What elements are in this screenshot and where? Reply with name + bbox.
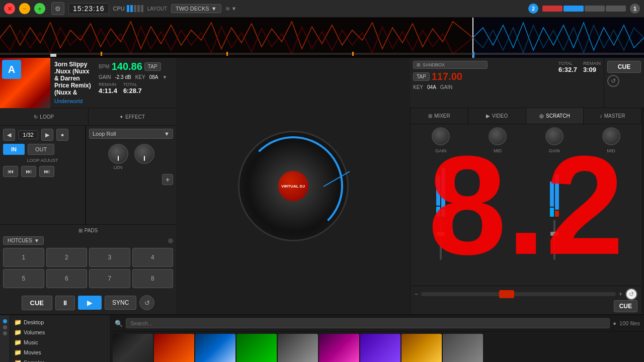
svg-rect-7	[352, 52, 354, 56]
deck-b-cue-button[interactable]: CUE	[607, 61, 641, 73]
gain-knob-1[interactable]	[432, 127, 450, 145]
deck-a-header: A 3orn Slippy .Nuxx (Nuxx & Darren Price…	[0, 58, 176, 108]
mid-knob-1[interactable]	[489, 127, 507, 145]
pad-1[interactable]: 1	[3, 248, 44, 267]
pad-2[interactable]: 2	[46, 248, 88, 267]
layout-label: LAYOUT	[147, 6, 167, 12]
tab-video[interactable]: ▶ VIDEO	[468, 108, 526, 124]
loop-nav-row: ⏮ ⏭ ⏭	[3, 166, 82, 177]
hotcues-indicator	[168, 238, 173, 243]
meter-bar	[542, 5, 626, 12]
minimize-button[interactable]: −	[19, 3, 30, 14]
effect-dropdown[interactable]: Loop Roll ▼	[89, 129, 173, 139]
tab-master[interactable]: ♪ MASTER	[584, 108, 641, 124]
loop-dot-button[interactable]: ●	[56, 129, 68, 141]
num-badge-2: 2	[528, 4, 538, 14]
album-thumb-9[interactable]	[443, 334, 483, 362]
pad-7[interactable]: 7	[89, 269, 130, 288]
search-icon: 🔍	[115, 320, 123, 327]
time-info: REMAIN 4:11.4 TOTAL 6:28.7	[99, 82, 173, 95]
crossfader-handle[interactable]	[499, 290, 514, 298]
waveform-toggle[interactable]: ≋ ▼	[225, 6, 237, 12]
channel-fader-1[interactable]	[440, 220, 442, 260]
nav-dot-1[interactable]	[3, 319, 7, 323]
svg-rect-6	[226, 52, 228, 56]
album-thumb-4[interactable]	[236, 334, 277, 362]
waveform-overview[interactable]: /* generated bars */	[0, 18, 644, 58]
pad-4[interactable]: 4	[132, 248, 174, 267]
loop-forward-button[interactable]: ⏭	[39, 166, 54, 177]
pad-5[interactable]: 5	[3, 269, 44, 288]
deck-b-cue-row: CUE	[415, 300, 637, 312]
deck-b-gain-key: KEY 04A GAIN	[413, 84, 488, 90]
sync-button[interactable]: SYNC	[105, 296, 136, 310]
loop-prev-button[interactable]: ◀	[3, 129, 15, 141]
folder-sidebar: 📁 Desktop 📁 Volumes 📁 Music 📁 Movies 📁 S…	[10, 315, 111, 362]
crossfader-area: − + ↺ CUE	[411, 286, 641, 314]
deck-b-bpm-area: ⊞ SANDBOX TAP 117.00 KEY 04A GAIN	[410, 58, 491, 108]
folder-desktop[interactable]: 📁 Desktop	[10, 317, 110, 327]
pad-6[interactable]: 6	[46, 269, 88, 288]
cue-button[interactable]: CUE	[22, 296, 52, 310]
close-button[interactable]: ✕	[4, 3, 15, 14]
layout-selector[interactable]: TWO DECKS ▼	[171, 4, 221, 13]
album-thumb-7[interactable]	[360, 334, 400, 362]
loop-adjust-label: LOOP ADJUST	[3, 158, 82, 163]
pad-3[interactable]: 3	[89, 248, 130, 267]
out-button[interactable]: OUT	[28, 144, 54, 155]
transport-controls: CUE ⏸ ▶ SYNC ↺	[0, 291, 176, 314]
album-thumb-6[interactable]	[319, 334, 359, 362]
folder-movies[interactable]: 📁 Movies	[10, 347, 110, 357]
tab-scratch[interactable]: ◎ SCRATCH	[526, 108, 584, 124]
nav-dot-2[interactable]	[3, 325, 7, 329]
bpm-value: 140.86	[112, 61, 142, 72]
add-effect-button[interactable]: +	[162, 174, 173, 185]
channel-fader-2[interactable]	[553, 220, 555, 260]
settings-button[interactable]: ⚙	[51, 2, 64, 15]
nav-dot-3[interactable]	[3, 331, 7, 335]
deck-a-badge: A	[2, 60, 21, 79]
deck-b-tap-button[interactable]: TAP	[413, 72, 430, 81]
deck-b-time-row: TOTAL 6:32.7 REMAIN 3:09	[494, 61, 601, 73]
tap-button[interactable]: TAP	[144, 62, 161, 71]
add-btn-container: +	[89, 174, 173, 185]
crossfader-track[interactable]	[421, 292, 616, 296]
effect-knob-2[interactable]	[134, 144, 154, 164]
album-thumb-2[interactable]	[154, 334, 194, 362]
loop-size-value: 1/32	[18, 130, 38, 139]
svg-rect-5	[101, 52, 102, 56]
in-out-row: IN OUT	[3, 144, 82, 155]
loop-icon-button[interactable]: ↺	[139, 295, 154, 310]
in-button[interactable]: IN	[3, 144, 25, 155]
maximize-button[interactable]: +	[34, 3, 45, 14]
folder-volumes[interactable]: 📁 Volumes	[10, 327, 110, 337]
gain-knob-2[interactable]	[545, 127, 564, 145]
mid-knob-2[interactable]	[602, 127, 620, 145]
album-strip	[111, 332, 644, 362]
loop-size-row: ◀ 1/32 ▶ ●	[3, 129, 82, 141]
cf-rotate-button[interactable]: ↺	[625, 288, 637, 300]
pause-button[interactable]: ⏸	[55, 296, 75, 310]
search-input[interactable]	[126, 318, 610, 328]
tab-mixer[interactable]: ⊞ MIXER	[411, 108, 468, 124]
hotcues-select[interactable]: HOTCUES ▼	[3, 236, 44, 245]
pads-header: ⊞ PADS	[3, 228, 173, 233]
folder-music[interactable]: 📁 Music	[10, 337, 110, 347]
deck-b-bottom-cue[interactable]: CUE	[614, 300, 637, 312]
loop-center-button[interactable]: ⏭	[21, 166, 36, 177]
loop-back-button[interactable]: ⏮	[3, 166, 18, 177]
loop-next-button[interactable]: ▶	[41, 129, 53, 141]
pad-8[interactable]: 8	[132, 269, 174, 288]
album-thumb-8[interactable]	[401, 334, 442, 362]
turntable[interactable]: VIRTUAL DJ	[238, 131, 349, 241]
loop-effect-header: ↻ LOOP ✦ EFFECT	[0, 108, 176, 126]
album-thumb-3[interactable]	[195, 334, 235, 362]
album-thumb-1[interactable]	[113, 334, 153, 362]
album-thumb-5[interactable]	[278, 334, 318, 362]
len-knob[interactable]	[108, 144, 128, 164]
total-block: TOTAL 6:28.7	[123, 82, 142, 95]
folder-sampler[interactable]: 📁 Sampler	[10, 357, 110, 362]
play-button[interactable]: ▶	[78, 296, 102, 310]
rotate-icon[interactable]: ↺	[607, 75, 619, 87]
eq-meter-1	[436, 156, 445, 217]
